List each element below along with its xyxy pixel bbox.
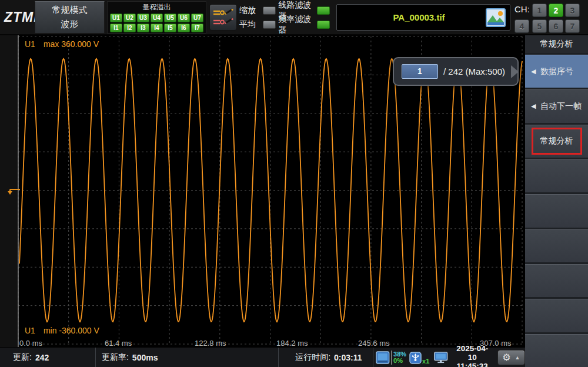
current-badge-i3: I3 — [137, 24, 149, 32]
wiring-icon — [212, 8, 235, 27]
sidebar-button-2[interactable]: ◀自动下一帧 — [525, 89, 588, 122]
channel-button-4[interactable]: 4 — [514, 19, 529, 33]
channel-panel: CH: 1234567 — [513, 2, 587, 33]
image-icon — [486, 8, 506, 27]
u1-max-value: max 360.000 V — [44, 39, 99, 49]
update-rate-section: 更新率: 500ms — [96, 348, 279, 367]
storage-percent-bottom: 0% — [393, 358, 406, 364]
settings-button[interactable]: ⚙ ▲ — [497, 350, 525, 365]
usb-status: x1 — [409, 351, 429, 365]
time-value: 11:45:33 — [454, 362, 491, 367]
zero-level-marker-icon[interactable] — [7, 185, 21, 196]
zoom-indicator[interactable] — [263, 6, 276, 15]
brand-logo: ZTMI — [4, 9, 38, 25]
u1-max-channel: U1 — [25, 39, 35, 49]
date-value: 2025-04-10 — [454, 344, 491, 362]
channel-button-2[interactable]: 2 — [549, 4, 563, 17]
storage-percent-top: 38% — [393, 351, 406, 358]
wiring-config-button[interactable] — [209, 4, 237, 31]
x-tick-label: 184.2 ms — [276, 339, 308, 348]
sidebar-empty-cell — [525, 334, 588, 367]
highlighted-button-label: 常规分析 — [532, 128, 582, 155]
voltage-badge-u4: U4 — [151, 14, 163, 22]
range-overflow-panel: 量程溢出 U1U2U3U4U5U6U7 I1I2I3I4I5I6I7 — [107, 1, 206, 34]
waveform-plot: U1max 360.000 V U1min -360.000 V 0.0 ms6… — [0, 35, 525, 347]
range-overflow-title: 量程溢出 — [108, 2, 206, 12]
voltage-badge-u7: U7 — [191, 14, 203, 22]
voltage-channel-badges: U1U2U3U4U5U6U7 — [108, 14, 206, 22]
current-badge-i5: I5 — [164, 24, 176, 32]
voltage-badge-u6: U6 — [178, 14, 190, 22]
x-tick-label: 61.4 ms — [105, 339, 132, 348]
usb-count: x1 — [422, 358, 429, 365]
voltage-badge-u3: U3 — [137, 14, 149, 22]
rate-value: 500ms — [132, 353, 158, 362]
current-badge-i2: I2 — [123, 24, 136, 32]
triangle-left-icon: ◀ — [531, 102, 536, 110]
current-badge-i7: I7 — [191, 24, 203, 32]
sidebar-buttons: ◀数据序号◀自动下一帧常规分析 — [525, 53, 588, 367]
mode-line2: 波形 — [61, 19, 79, 30]
zoom-label: 缩放 — [239, 5, 262, 16]
filter-panel: 缩放 线路滤波器 平均 频率滤波器 — [239, 5, 332, 31]
sidebar-button-3[interactable]: 常规分析 — [525, 125, 588, 158]
sidebar-button-label: 数据序号 — [540, 66, 573, 77]
channel-button-7[interactable]: 7 — [565, 19, 580, 33]
update-count-section: 更新: 242 — [0, 348, 96, 367]
data-index-total: / 242 (Max:500) — [443, 66, 505, 76]
current-badge-i4: I4 — [151, 24, 163, 32]
runtime-value: 0:03:11 — [334, 353, 362, 362]
channel-label: CH: — [514, 4, 530, 14]
channel-button-3[interactable]: 3 — [565, 4, 580, 17]
x-tick-label: 0.0 ms — [19, 339, 42, 348]
caret-up-icon: ▲ — [514, 355, 520, 361]
runtime-section: 运行时间: 0:03:11 — [279, 348, 373, 367]
voltage-badge-u1: U1 — [110, 14, 122, 22]
usb-icon — [409, 351, 422, 365]
storage-icon — [376, 350, 390, 365]
system-tray-section: 38% 0% x1 2025-04-10 11:45:33 — [373, 348, 525, 367]
runtime-label: 运行时间: — [295, 352, 330, 363]
freq-filter-label: 频率滤波器 — [278, 14, 316, 35]
sidebar-header: 常规分析 — [525, 35, 588, 53]
sidebar-button-1[interactable]: ◀数据序号 — [525, 55, 588, 88]
network-monitor-icon — [433, 351, 448, 365]
top-bar: ZTMI 常规模式 波形 量程溢出 U1U2U3U4U5U6U7 I1I2I3I… — [0, 0, 588, 35]
u1-min-readout: U1min -360.000 V — [25, 326, 99, 335]
channel-button-1[interactable]: 1 — [532, 4, 547, 17]
u1-min-value: min -360.000 V — [44, 326, 99, 335]
gear-icon: ⚙ — [502, 353, 510, 362]
screenshot-file-box[interactable]: PA_00003.tif — [336, 4, 510, 31]
mode-button[interactable]: 常规模式 波形 — [35, 1, 105, 34]
current-badge-i1: I1 — [110, 24, 122, 32]
sidebar-button-label: 自动下一帧 — [540, 101, 582, 112]
file-name: PA_00003.tif — [337, 12, 486, 22]
freq-filter-indicator[interactable] — [317, 21, 330, 29]
triangle-left-icon: ◀ — [531, 68, 536, 75]
sidebar-empty-cell — [525, 264, 588, 297]
sidebar-empty-cell — [525, 299, 588, 332]
sidebar-empty-cell — [525, 159, 588, 192]
channel-button-5[interactable]: 5 — [532, 19, 547, 33]
current-badge-i6: I6 — [178, 24, 190, 32]
update-value: 242 — [35, 353, 49, 362]
u1-min-channel: U1 — [25, 326, 35, 335]
line-filter-indicator[interactable] — [317, 6, 330, 15]
average-indicator[interactable] — [263, 21, 276, 29]
voltage-badge-u2: U2 — [123, 14, 136, 22]
update-label: 更新: — [13, 352, 32, 363]
data-index-tooltip: 1 / 242 (Max:500) — [393, 57, 519, 86]
right-sidebar: 常规分析 ◀数据序号◀自动下一帧常规分析 — [525, 35, 588, 367]
datetime-display: 2025-04-10 11:45:33 — [454, 344, 491, 367]
u1-max-readout: U1max 360.000 V — [25, 39, 99, 49]
status-bar: 更新: 242 更新率: 500ms 运行时间: 0:03:11 38% 0% — [0, 347, 525, 367]
storage-usage: 38% 0% — [391, 351, 406, 365]
x-tick-label: 245.6 ms — [358, 339, 389, 348]
sidebar-empty-cell — [525, 194, 588, 227]
average-label: 平均 — [239, 19, 262, 30]
x-tick-label: 122.8 ms — [195, 339, 226, 348]
channel-button-6[interactable]: 6 — [549, 19, 563, 33]
rate-label: 更新率: — [102, 352, 129, 363]
voltage-badge-u5: U5 — [164, 14, 176, 22]
data-index-input[interactable]: 1 — [402, 64, 438, 79]
